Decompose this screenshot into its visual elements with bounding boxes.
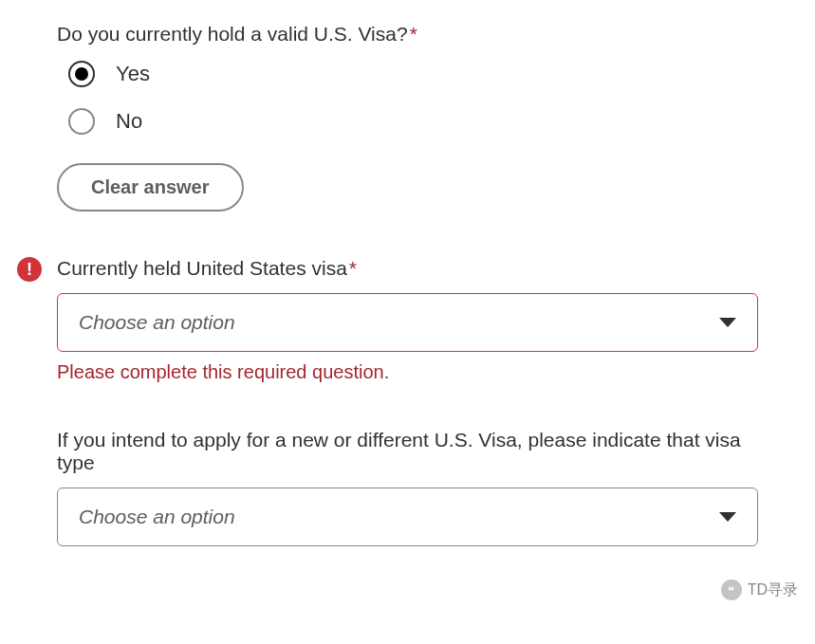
radio-group: Yes No — [68, 61, 758, 135]
radio-label-no: No — [116, 109, 142, 134]
error-message: Please complete this required question. — [57, 361, 758, 383]
chevron-down-icon — [719, 512, 736, 522]
error-icon: ! — [17, 257, 42, 282]
question-label: Currently held United States visa* — [57, 257, 758, 280]
radio-selected-dot-icon — [75, 67, 88, 81]
clear-answer-button[interactable]: Clear answer — [57, 163, 244, 212]
chevron-down-icon — [719, 318, 736, 327]
question-text: If you intend to apply for a new or diff… — [57, 429, 741, 473]
question-new-visa: If you intend to apply for a new or diff… — [57, 429, 758, 546]
new-visa-select-dropdown[interactable]: Choose an option — [57, 488, 758, 546]
question-text: Currently held United States visa — [57, 257, 347, 279]
select-wrapper: Choose an option — [57, 293, 758, 352]
select-placeholder: Choose an option — [79, 506, 235, 528]
visa-select-dropdown[interactable]: Choose an option — [57, 293, 758, 352]
question-label: Do you currently hold a valid U.S. Visa?… — [57, 23, 758, 46]
question-visa-hold: Do you currently hold a valid U.S. Visa?… — [57, 23, 758, 212]
radio-option-yes[interactable]: Yes — [68, 61, 758, 87]
radio-label-yes: Yes — [116, 62, 150, 86]
question-current-visa: ! Currently held United States visa* Cho… — [57, 257, 758, 383]
watermark-icon: ❝ — [721, 580, 742, 600]
question-label: If you intend to apply for a new or diff… — [57, 429, 758, 474]
radio-circle-icon — [68, 108, 95, 135]
radio-circle-icon — [68, 61, 95, 87]
select-wrapper: Choose an option — [57, 488, 758, 546]
watermark-text: TD寻录 — [748, 580, 798, 600]
required-indicator: * — [410, 23, 417, 45]
watermark: ❝ TD寻录 — [721, 580, 798, 600]
select-placeholder: Choose an option — [79, 311, 235, 334]
error-indicator: ! — [17, 257, 42, 282]
question-text: Do you currently hold a valid U.S. Visa? — [57, 23, 408, 45]
radio-option-no[interactable]: No — [68, 108, 758, 135]
required-indicator: * — [349, 257, 357, 279]
